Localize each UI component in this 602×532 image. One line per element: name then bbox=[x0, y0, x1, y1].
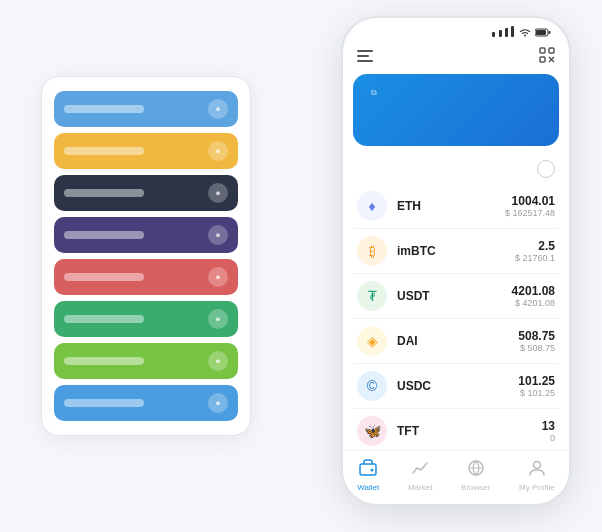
nav-wallet-icon bbox=[359, 459, 377, 481]
nav-item-browser[interactable]: Browser bbox=[461, 459, 490, 492]
asset-symbol: imBTC bbox=[397, 244, 505, 258]
eth-card: ⧉ bbox=[353, 74, 559, 146]
card-item-icon: ● bbox=[208, 309, 228, 329]
asset-icon: 🦋 bbox=[357, 416, 387, 446]
eth-card-address: ⧉ bbox=[367, 88, 377, 98]
asset-amount: 2.5 bbox=[515, 239, 555, 253]
card-item-icon: ● bbox=[208, 183, 228, 203]
card-item-icon: ● bbox=[208, 267, 228, 287]
eth-card-amount bbox=[367, 108, 545, 134]
card-item-icon: ● bbox=[208, 351, 228, 371]
card-item[interactable]: ● bbox=[54, 175, 238, 211]
card-item[interactable]: ● bbox=[54, 133, 238, 169]
svg-point-15 bbox=[533, 462, 540, 469]
battery-icon bbox=[535, 28, 551, 37]
asset-usd: 0 bbox=[542, 433, 555, 443]
asset-usd: $ 21760.1 bbox=[515, 253, 555, 263]
nav-market-label: Market bbox=[408, 483, 432, 492]
asset-icon: ₮ bbox=[357, 281, 387, 311]
card-item-icon: ● bbox=[208, 141, 228, 161]
scan-icon[interactable] bbox=[539, 47, 555, 66]
asset-usd: $ 101.25 bbox=[518, 388, 555, 398]
asset-list: ♦ETH1004.01$ 162517.48₿imBTC2.5$ 21760.1… bbox=[343, 184, 569, 450]
svg-rect-5 bbox=[357, 60, 373, 62]
phone-header bbox=[343, 43, 569, 74]
nav-browser-label: Browser bbox=[461, 483, 490, 492]
asset-usd: $ 508.75 bbox=[518, 343, 555, 353]
asset-symbol: DAI bbox=[397, 334, 508, 348]
card-item[interactable]: ● bbox=[54, 91, 238, 127]
nav-profile-icon bbox=[528, 459, 546, 481]
asset-amount: 1004.01 bbox=[505, 194, 555, 208]
asset-amount: 4201.08 bbox=[512, 284, 555, 298]
card-item[interactable]: ● bbox=[54, 301, 238, 337]
svg-rect-8 bbox=[540, 57, 545, 62]
nav-item-market[interactable]: Market bbox=[408, 459, 432, 492]
card-item-icon: ● bbox=[208, 393, 228, 413]
scene: ●●●●●●●● bbox=[21, 16, 581, 516]
asset-item[interactable]: ©USDC101.25$ 101.25 bbox=[353, 364, 559, 409]
asset-amount: 13 bbox=[542, 419, 555, 433]
asset-item[interactable]: ◈DAI508.75$ 508.75 bbox=[353, 319, 559, 364]
asset-icon: ♦ bbox=[357, 191, 387, 221]
card-item[interactable]: ● bbox=[54, 217, 238, 253]
asset-symbol: USDT bbox=[397, 289, 502, 303]
nav-item-wallet[interactable]: Wallet bbox=[357, 459, 379, 492]
asset-symbol: TFT bbox=[397, 424, 532, 438]
asset-symbol: USDC bbox=[397, 379, 508, 393]
svg-point-12 bbox=[371, 469, 374, 472]
nav-item-profile[interactable]: My Profile bbox=[519, 459, 555, 492]
svg-rect-1 bbox=[549, 31, 551, 34]
nav-wallet-label: Wallet bbox=[357, 483, 379, 492]
asset-item[interactable]: ₿imBTC2.5$ 21760.1 bbox=[353, 229, 559, 274]
status-icons bbox=[492, 26, 551, 39]
asset-icon: © bbox=[357, 371, 387, 401]
add-asset-button[interactable] bbox=[537, 160, 555, 178]
card-item[interactable]: ● bbox=[54, 343, 238, 379]
assets-header bbox=[343, 156, 569, 184]
svg-rect-7 bbox=[549, 48, 554, 53]
wifi-icon bbox=[519, 28, 531, 37]
asset-amount: 101.25 bbox=[518, 374, 555, 388]
nav-browser-icon bbox=[467, 459, 485, 481]
asset-usd: $ 4201.08 bbox=[512, 298, 555, 308]
nav-profile-label: My Profile bbox=[519, 483, 555, 492]
asset-usd: $ 162517.48 bbox=[505, 208, 555, 218]
asset-symbol: ETH bbox=[397, 199, 495, 213]
asset-amount: 508.75 bbox=[518, 329, 555, 343]
svg-rect-3 bbox=[357, 50, 373, 52]
asset-item[interactable]: 🦋TFT130 bbox=[353, 409, 559, 450]
menu-icon[interactable] bbox=[357, 49, 373, 65]
svg-rect-4 bbox=[357, 55, 369, 57]
asset-item[interactable]: ₮USDT4201.08$ 4201.08 bbox=[353, 274, 559, 319]
status-bar bbox=[343, 18, 569, 43]
asset-item[interactable]: ♦ETH1004.01$ 162517.48 bbox=[353, 184, 559, 229]
asset-icon: ◈ bbox=[357, 326, 387, 356]
bottom-nav: WalletMarketBrowserMy Profile bbox=[343, 450, 569, 504]
svg-rect-6 bbox=[540, 48, 545, 53]
nav-market-icon bbox=[411, 459, 429, 481]
card-item-icon: ● bbox=[208, 99, 228, 119]
signal-icon bbox=[492, 26, 515, 39]
card-stack: ●●●●●●●● bbox=[41, 76, 251, 436]
card-item[interactable]: ● bbox=[54, 385, 238, 421]
phone: ⧉ ♦ETH1004.01$ 162517.48₿imBTC2.5$ 21760… bbox=[341, 16, 571, 506]
card-item[interactable]: ● bbox=[54, 259, 238, 295]
card-item-icon: ● bbox=[208, 225, 228, 245]
svg-rect-2 bbox=[536, 30, 546, 35]
copy-icon[interactable]: ⧉ bbox=[371, 88, 377, 98]
asset-icon: ₿ bbox=[357, 236, 387, 266]
svg-rect-11 bbox=[360, 464, 376, 475]
